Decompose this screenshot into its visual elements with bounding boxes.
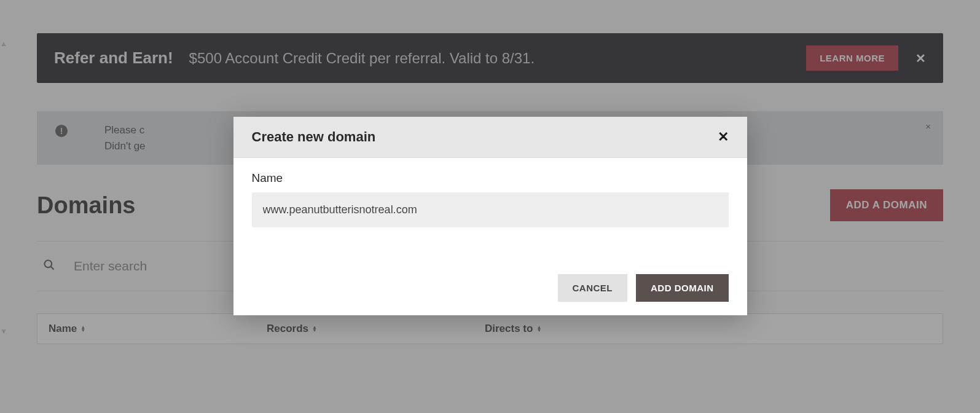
- add-domain-submit-button[interactable]: ADD DOMAIN: [636, 274, 729, 302]
- modal-body: Name: [233, 158, 747, 231]
- create-domain-modal: Create new domain ✕ Name CANCEL ADD DOMA…: [233, 117, 747, 315]
- modal-close-icon[interactable]: ✕: [718, 129, 729, 145]
- modal-overlay[interactable]: Create new domain ✕ Name CANCEL ADD DOMA…: [0, 0, 980, 413]
- domain-name-input[interactable]: [252, 192, 729, 227]
- modal-footer: CANCEL ADD DOMAIN: [233, 231, 747, 315]
- name-field-label: Name: [252, 171, 729, 185]
- modal-title: Create new domain: [252, 129, 718, 145]
- cancel-button[interactable]: CANCEL: [558, 274, 628, 302]
- modal-header: Create new domain ✕: [233, 117, 747, 158]
